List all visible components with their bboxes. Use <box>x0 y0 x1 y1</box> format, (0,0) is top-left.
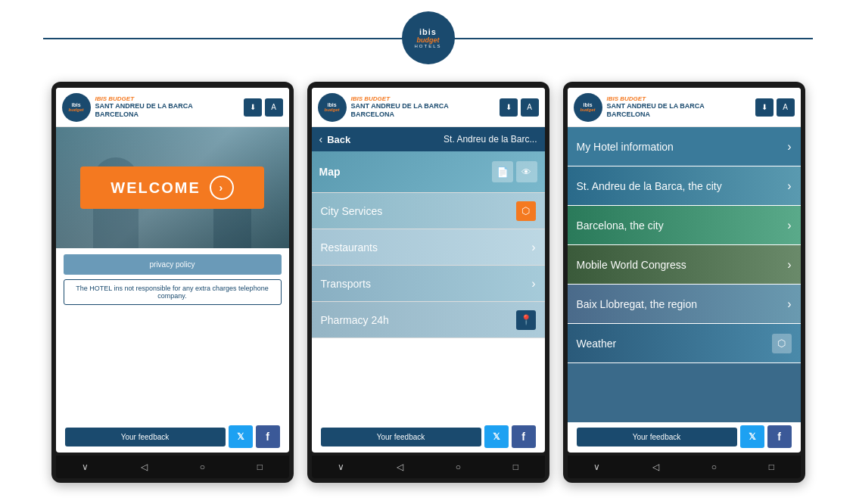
pharmacy-item[interactable]: Pharmacy 24h 📍 <box>312 302 545 338</box>
phone-3-android-nav: ∨ ◁ ○ □ <box>568 456 801 478</box>
phone-2: ibis budget IBIS BUDGET SANT ANDREU DE L… <box>307 82 549 483</box>
nav2-chevron[interactable]: ∨ <box>332 460 350 474</box>
map-eye-icon[interactable]: 👁 <box>516 161 537 182</box>
phone-1-hotel-info: IBIS BUDGET SANT ANDREU DE LA BARCA BARC… <box>95 95 239 119</box>
baix-llobregat-item[interactable]: Baix Llobregat, the region › <box>568 285 801 324</box>
phone-2-hotel-header: ibis budget IBIS BUDGET SANT ANDREU DE L… <box>312 88 545 127</box>
restaurants-item[interactable]: Restaurants › <box>312 229 545 266</box>
phone-3-facebook-button[interactable]: f <box>767 425 792 448</box>
st-andreu-item[interactable]: St. Andreu de la Barca, the city › <box>568 166 801 206</box>
phone-1-hero-image: WELCOME › <box>56 127 289 248</box>
twitter-icon: 𝕏 <box>237 431 244 442</box>
nav-recents-square[interactable]: □ <box>251 460 269 474</box>
barcelona-chevron-icon: › <box>787 219 791 232</box>
phone-1-screen: ibis budget IBIS BUDGET SANT ANDREU DE L… <box>56 88 289 453</box>
phone-1-translate-icon[interactable]: A <box>265 98 283 117</box>
phone-3-screen: ibis budget IBIS BUDGET SANT ANDREU DE L… <box>568 88 801 453</box>
phone-2-screen: ibis budget IBIS BUDGET SANT ANDREU DE L… <box>312 88 545 453</box>
weather-item[interactable]: Weather ⬡ <box>568 324 801 363</box>
phone-1-logo: ibis budget <box>62 93 91 122</box>
ibis-budget-logo: ibis budget HOTELS <box>402 11 455 64</box>
privacy-policy-button[interactable]: privacy policy <box>64 254 282 275</box>
phone-2-map-item[interactable]: Map 📄 👁 <box>312 151 545 193</box>
city-services-external-icon: ⬡ <box>516 201 536 221</box>
phone-2-page-title: St. Andreu de la Barc... <box>355 134 537 145</box>
phone-2-android-nav: ∨ ◁ ○ □ <box>312 456 545 478</box>
phone-2-feedback-button[interactable]: Your feedback <box>321 428 481 446</box>
phone-3-translate-icon[interactable]: A <box>777 98 795 117</box>
nav3-triangle[interactable]: ◁ <box>646 460 665 474</box>
nav3-circle[interactable]: ○ <box>705 460 723 474</box>
phone-2-hotel-name: SANT ANDREU DE LA BARCA BARCELONA <box>351 102 495 119</box>
welcome-arrow-icon: › <box>210 176 234 200</box>
phone-1-twitter-button[interactable]: 𝕏 <box>229 425 253 448</box>
phone-2-download-icon[interactable]: ⬇ <box>500 98 518 117</box>
phone-3-download-icon[interactable]: ⬇ <box>755 98 774 117</box>
st-andreu-label: St. Andreu de la Barca, the city <box>577 180 722 192</box>
phone-3-twitter-button[interactable]: 𝕏 <box>740 425 764 448</box>
city-services-item[interactable]: City Services ⬡ <box>312 193 545 229</box>
my-hotel-chevron-icon: › <box>787 140 791 154</box>
phone-1: ibis budget IBIS BUDGET SANT ANDREU DE L… <box>51 82 294 483</box>
my-hotel-info-label: My Hotel information <box>577 141 674 153</box>
phone-2-facebook-button[interactable]: f <box>512 425 536 448</box>
phone-3-feedback-button[interactable]: Your feedback <box>577 428 737 446</box>
phone-2-translate-icon[interactable]: A <box>521 98 539 117</box>
nav2-circle[interactable]: ○ <box>450 460 467 474</box>
phone-2-back-label[interactable]: Back <box>327 134 350 145</box>
phone-1-feedback-button[interactable]: Your feedback <box>65 428 226 446</box>
phone-3-footer: Your feedback 𝕏 f <box>572 422 796 451</box>
phone-2-twitter-button[interactable]: 𝕏 <box>484 425 509 448</box>
restaurants-label: Restaurants <box>321 241 378 254</box>
phone-1-brand: IBIS BUDGET <box>95 95 239 102</box>
phone-3-hotel-info: IBIS BUDGET SANT ANDREU DE LA BARCA BARC… <box>607 95 751 119</box>
my-hotel-info-item[interactable]: My Hotel information › <box>568 127 801 166</box>
phone-2-hotel-info: IBIS BUDGET SANT ANDREU DE LA BARCA BARC… <box>351 95 495 119</box>
nav-home-circle[interactable]: ○ <box>194 460 211 474</box>
phone-2-footer: Your feedback 𝕏 f <box>316 422 540 451</box>
twitter-icon-2: 𝕏 <box>493 431 500 442</box>
barcelona-city-item[interactable]: Barcelona, the city › <box>568 206 801 245</box>
phone-1-bottom: privacy policy The HOTEL ins not respons… <box>56 248 289 422</box>
phone-2-logo: ibis budget <box>318 93 347 122</box>
phone-2-back-bar: ‹ Back St. Andreu de la Barc... <box>312 127 545 151</box>
transports-chevron-icon: › <box>531 277 535 291</box>
phone-3: ibis budget IBIS BUDGET SANT ANDREU DE L… <box>563 82 805 483</box>
phone-1-facebook-button[interactable]: f <box>256 425 280 448</box>
weather-external-icon: ⬡ <box>772 334 792 353</box>
welcome-label: WELCOME <box>111 179 200 197</box>
logo-budget-text: budget <box>417 36 440 44</box>
transports-item[interactable]: Transports › <box>312 266 545 302</box>
nav-back-triangle[interactable]: ◁ <box>135 460 154 474</box>
transports-label: Transports <box>321 278 371 290</box>
city-services-label: City Services <box>321 205 383 217</box>
mobile-world-congress-label: Mobile World Congress <box>577 259 686 271</box>
nav-back-chevron[interactable]: ∨ <box>76 460 95 474</box>
mobile-world-congress-item[interactable]: Mobile World Congress › <box>568 245 801 285</box>
baix-chevron-icon: › <box>787 297 791 311</box>
nav2-square[interactable]: □ <box>507 460 524 474</box>
phone-1-footer: Your feedback 𝕏 f <box>61 422 285 451</box>
phone-1-download-icon[interactable]: ⬇ <box>244 98 262 117</box>
restaurants-chevron-icon: › <box>531 241 535 254</box>
phone-1-hotel-header: ibis budget IBIS BUDGET SANT ANDREU DE L… <box>56 88 289 127</box>
phone-3-hotel-header: ibis budget IBIS BUDGET SANT ANDREU DE L… <box>568 88 801 127</box>
phone-3-hotel-name: SANT ANDREU DE LA BARCA BARCELONA <box>607 102 751 119</box>
nav3-chevron[interactable]: ∨ <box>587 460 606 474</box>
st-andreu-chevron-icon: › <box>787 179 791 193</box>
phone-1-content: WELCOME › privacy policy The HOTEL ins n… <box>56 127 289 422</box>
facebook-icon-2: f <box>521 431 525 443</box>
nav3-square[interactable]: □ <box>763 460 780 474</box>
phone-1-budget: budget <box>69 107 84 112</box>
nav2-triangle[interactable]: ◁ <box>391 460 409 474</box>
phone-1-hotel-name: SANT ANDREU DE LA BARCA BARCELONA <box>95 102 239 119</box>
barcelona-city-label: Barcelona, the city <box>577 219 664 232</box>
phone-3-logo: ibis budget <box>574 93 602 122</box>
map-pdf-icon[interactable]: 📄 <box>492 161 513 182</box>
map-label: Map <box>319 166 341 178</box>
congress-chevron-icon: › <box>787 258 791 272</box>
back-chevron-icon: ‹ <box>319 133 323 145</box>
pharmacy-label: Pharmacy 24h <box>321 314 389 326</box>
facebook-icon-3: f <box>777 431 781 443</box>
welcome-button[interactable]: WELCOME › <box>80 166 263 209</box>
